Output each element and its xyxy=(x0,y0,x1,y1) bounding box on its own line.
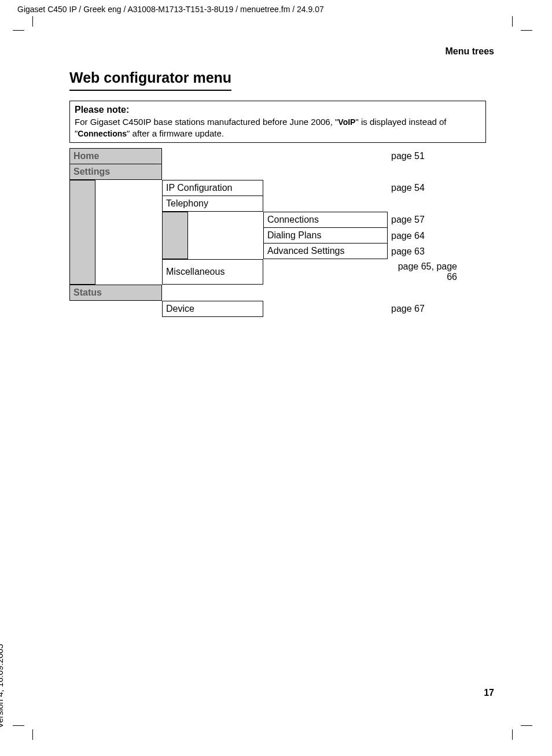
page-ref: page 57 xyxy=(388,212,486,228)
spacer xyxy=(95,228,162,244)
note-box: Please note: For Gigaset C450IP base sta… xyxy=(69,101,486,143)
crop-mark xyxy=(32,16,33,27)
page-ref: page 63 xyxy=(388,244,486,259)
page-ref: page 65, page 66 xyxy=(388,259,486,285)
crop-mark xyxy=(13,30,24,31)
spacer xyxy=(69,180,95,196)
spacer xyxy=(162,148,263,164)
spacer xyxy=(95,212,162,228)
spacer xyxy=(188,212,263,228)
crop-mark xyxy=(512,16,513,27)
table-row: Device page 67 xyxy=(69,301,486,317)
spacer xyxy=(162,228,188,244)
page-number: 17 xyxy=(484,688,494,698)
crop-mark xyxy=(32,729,33,740)
spacer xyxy=(162,244,188,259)
menu-ip-config: IP Configuration xyxy=(162,180,263,196)
spacer xyxy=(95,244,162,259)
spacer xyxy=(69,196,95,212)
spacer xyxy=(69,228,95,244)
page-title: Web configurator menu xyxy=(69,69,231,91)
spacer xyxy=(95,180,162,196)
spacer xyxy=(162,212,188,228)
table-row: Miscellaneous page 65, page 66 xyxy=(69,259,486,285)
crop-mark xyxy=(521,30,532,31)
page-ref: page 54 xyxy=(388,180,486,196)
crop-mark xyxy=(13,725,24,726)
spacer xyxy=(188,228,263,244)
spacer xyxy=(263,301,388,317)
note-text-part: " after a firmware update. xyxy=(127,128,224,138)
crop-mark xyxy=(512,729,513,740)
spacer xyxy=(95,196,162,212)
page-ref: page 51 xyxy=(388,148,486,164)
table-row: Dialing Plans page 64 xyxy=(69,228,486,244)
spacer xyxy=(69,301,162,317)
menu-settings: Settings xyxy=(69,164,162,180)
spacer xyxy=(69,244,95,259)
doc-header: Gigaset C450 IP / Greek eng / A31008-M17… xyxy=(17,5,324,14)
spacer xyxy=(69,212,95,228)
spacer xyxy=(263,148,388,164)
menu-home: Home xyxy=(69,148,162,164)
version-text: Version 4, 16.09.2005 xyxy=(0,644,5,728)
crop-mark xyxy=(521,725,532,726)
menu-connections: Connections xyxy=(263,212,388,228)
section-header: Menu trees xyxy=(446,46,494,57)
page-ref: page 67 xyxy=(388,301,486,317)
table-row: Status xyxy=(69,285,486,301)
spacer xyxy=(188,244,263,259)
table-row: Home page 51 xyxy=(69,148,486,164)
menu-table: Home page 51 Settings IP Configuration p… xyxy=(69,148,486,317)
menu-status: Status xyxy=(69,285,162,301)
table-row: Advanced Settings page 63 xyxy=(69,244,486,259)
spacer xyxy=(263,259,388,285)
table-row: Telephony xyxy=(69,196,486,212)
menu-dialing-plans: Dialing Plans xyxy=(263,228,388,244)
table-row: IP Configuration page 54 xyxy=(69,180,486,196)
page-ref: page 64 xyxy=(388,228,486,244)
spacer xyxy=(263,180,388,196)
note-connections: Connections xyxy=(78,129,127,138)
spacer xyxy=(69,259,95,285)
note-title: Please note: xyxy=(75,105,481,115)
menu-advanced-settings: Advanced Settings xyxy=(263,244,388,259)
menu-miscellaneous: Miscellaneous xyxy=(162,259,263,285)
menu-telephony: Telephony xyxy=(162,196,263,212)
table-row: Connections page 57 xyxy=(69,212,486,228)
note-text: For Gigaset C450IP base stations manufac… xyxy=(75,116,481,139)
note-voip: VoIP xyxy=(338,117,355,127)
spacer xyxy=(95,259,162,285)
table-row: Settings xyxy=(69,164,486,180)
menu-device: Device xyxy=(162,301,263,317)
note-text-part: For Gigaset C450IP base stations manufac… xyxy=(75,117,338,127)
